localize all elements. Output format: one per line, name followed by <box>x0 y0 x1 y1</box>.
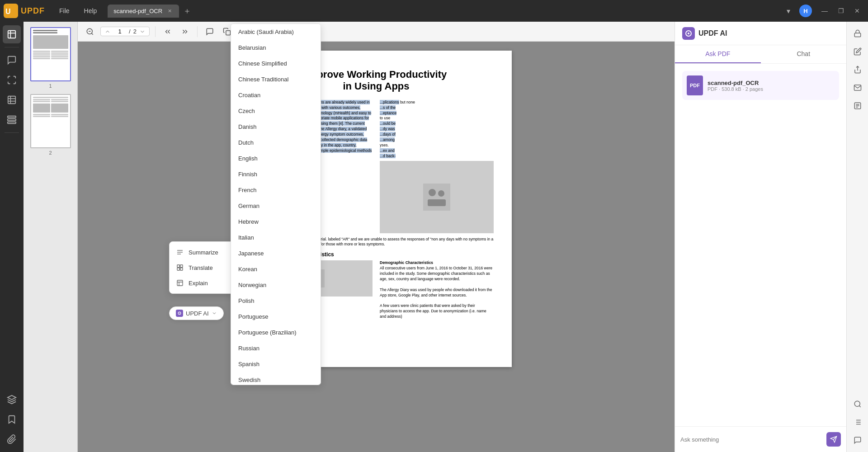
pdf-demo-text: Demographic Characteristics All consecut… <box>380 260 494 320</box>
explain-icon <box>176 279 184 287</box>
sidebar-divider-1 <box>5 47 19 47</box>
svg-rect-5 <box>8 96 16 104</box>
ai-file-name: scanned-pdf_OCR <box>708 80 835 86</box>
lang-item-danish[interactable]: Danish <box>231 119 321 135</box>
maximize-button[interactable]: ❐ <box>834 5 848 17</box>
lang-item-belarusian[interactable]: Belarusian <box>231 40 321 56</box>
ai-popup-trigger[interactable]: UPDF AI <box>169 306 224 320</box>
pdf-meeting-image <box>380 161 494 233</box>
ai-input-area <box>675 426 846 452</box>
jump-end-button[interactable] <box>178 25 192 38</box>
translate-label: Translate <box>189 264 213 271</box>
content-area: 1 / 2 <box>78 22 675 452</box>
lang-item-czech[interactable]: Czech <box>231 103 321 119</box>
minimize-button[interactable]: — <box>817 5 832 17</box>
right-icon-search[interactable] <box>849 396 866 412</box>
sidebar-icon-select[interactable] <box>3 71 21 89</box>
main-layout: 1 <box>0 22 868 452</box>
right-icon-share[interactable] <box>849 61 866 78</box>
page-navigator: 1 / 2 <box>100 27 150 36</box>
lang-item-korean[interactable]: Korean <box>231 261 321 277</box>
thumbnail-num-2: 2 <box>49 150 52 155</box>
lang-item-chinese-traditional[interactable]: Chinese Traditional <box>231 71 321 87</box>
tab-chat[interactable]: Chat <box>761 45 847 63</box>
lang-item-portuguese[interactable]: Portuguese <box>231 309 321 325</box>
lang-item-chinese-simplified[interactable]: Chinese Simplified <box>231 56 321 71</box>
svg-point-26 <box>688 33 689 34</box>
lang-item-japanese[interactable]: Japanese <box>231 245 321 261</box>
sidebar-icon-form[interactable] <box>3 91 21 109</box>
tab-ask-pdf[interactable]: Ask PDF <box>675 45 761 63</box>
thumbnail-image-1 <box>30 27 71 81</box>
ai-trigger-icon <box>176 310 183 317</box>
ai-send-button[interactable] <box>826 432 841 447</box>
lang-item-portuguese-br[interactable]: Portuguese (Brazilian) <box>231 325 321 340</box>
thumbnail-page-2[interactable]: 2 <box>30 94 71 155</box>
right-icon-edit2[interactable] <box>849 43 866 60</box>
right-icon-lock[interactable] <box>849 25 866 42</box>
svg-rect-2 <box>8 31 16 38</box>
ai-file-type-label: PDF <box>690 83 700 88</box>
lang-item-norwegian[interactable]: Norwegian <box>231 277 321 293</box>
right-icon-ocr[interactable] <box>849 98 866 114</box>
svg-rect-16 <box>226 30 231 35</box>
lang-item-polish[interactable]: Polish <box>231 293 321 309</box>
lang-item-german[interactable]: German <box>231 198 321 214</box>
lang-item-spanish[interactable]: Spanish <box>231 356 321 372</box>
sidebar-icon-comment[interactable] <box>3 51 21 69</box>
svg-rect-48 <box>177 268 179 270</box>
lang-item-french[interactable]: French <box>231 182 321 198</box>
lang-item-croatian[interactable]: Croatian <box>231 87 321 103</box>
new-tab-button[interactable]: ＋ <box>181 5 193 17</box>
right-icon-chat-bubble[interactable] <box>849 432 866 448</box>
svg-rect-49 <box>180 268 183 270</box>
menu-help[interactable]: Help <box>77 5 104 17</box>
svg-line-14 <box>91 33 93 34</box>
svg-point-18 <box>429 189 436 196</box>
sidebar-icon-layers[interactable] <box>3 391 21 409</box>
page-down-icon[interactable] <box>139 28 146 35</box>
page-input[interactable]: 1 <box>113 28 126 35</box>
svg-rect-11 <box>8 122 16 124</box>
tabs-area: scanned-pdf_OCR ✕ ＋ <box>108 5 783 18</box>
dropdown-button[interactable]: ▾ <box>783 5 794 16</box>
svg-rect-20 <box>428 199 446 206</box>
sidebar-icon-bookmark[interactable] <box>3 410 21 428</box>
menu-file[interactable]: File <box>52 5 77 17</box>
comment-button[interactable] <box>203 25 217 38</box>
tab-close-btn[interactable]: ✕ <box>166 8 173 15</box>
page-up-icon[interactable] <box>104 28 111 35</box>
user-avatar[interactable]: H <box>799 5 812 17</box>
sidebar-icon-organize[interactable] <box>3 111 21 129</box>
window-controls: — ❐ ✕ <box>817 5 864 17</box>
lang-item-russian[interactable]: Russian <box>231 340 321 356</box>
translate-icon <box>176 264 184 272</box>
ai-content: PDF scanned-pdf_OCR PDF · 530.8 kB · 2 p… <box>675 64 846 426</box>
lang-item-english[interactable]: English <box>231 151 321 166</box>
lang-item-italian[interactable]: Italian <box>231 230 321 245</box>
lang-item-dutch[interactable]: Dutch <box>231 135 321 151</box>
sidebar-icon-edit[interactable] <box>3 25 21 43</box>
ai-trigger-label: UPDF AI <box>186 310 209 317</box>
svg-point-19 <box>438 190 444 197</box>
right-sidebar <box>846 22 868 452</box>
ai-chat-input[interactable] <box>680 436 823 443</box>
tab-scanned-pdf[interactable]: scanned-pdf_OCR ✕ <box>108 5 179 18</box>
lang-item-finnish[interactable]: Finnish <box>231 166 321 182</box>
app-logo[interactable]: U UPDF <box>4 4 45 18</box>
ai-panel-title: UPDF AI <box>698 29 727 38</box>
svg-rect-9 <box>8 116 16 118</box>
ai-file-card: PDF scanned-pdf_OCR PDF · 530.8 kB · 2 p… <box>682 71 839 100</box>
zoom-out-button[interactable] <box>83 25 97 38</box>
jump-start-button[interactable] <box>161 25 175 38</box>
pdf-viewer[interactable]: Improve Working Productivityin Using App… <box>78 42 675 452</box>
thumbnail-page-1[interactable]: 1 <box>30 27 71 89</box>
thumbnail-panel: 1 <box>24 22 78 452</box>
right-icon-mail[interactable] <box>849 80 866 96</box>
sidebar-icon-attachment[interactable] <box>3 430 21 448</box>
close-button[interactable]: ✕ <box>850 5 864 17</box>
lang-item-hebrew[interactable]: Hebrew <box>231 214 321 230</box>
lang-item-swedish[interactable]: Swedish <box>231 372 321 385</box>
right-icon-settings[interactable] <box>849 414 866 430</box>
lang-item-arabic[interactable]: Arabic (Saudi Arabia) <box>231 24 321 40</box>
